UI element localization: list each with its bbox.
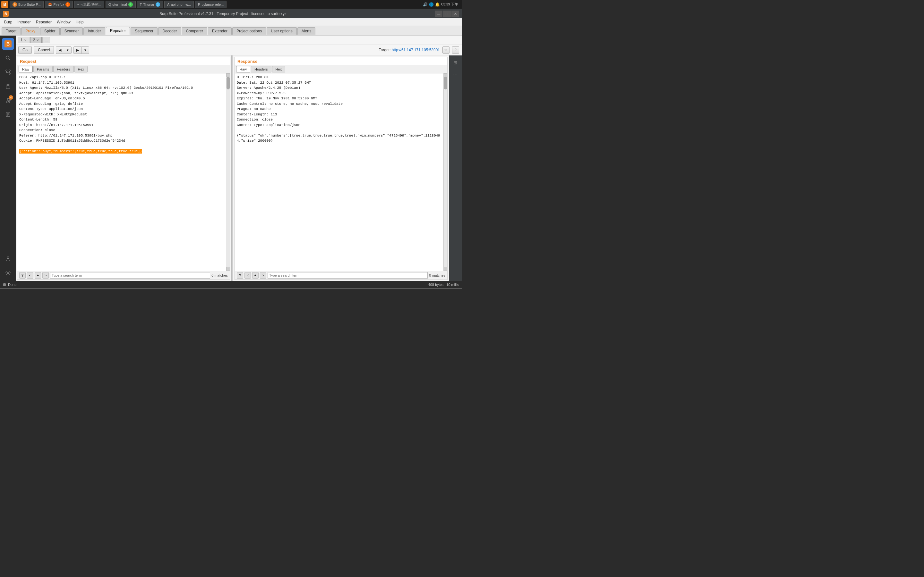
tab-sequencer[interactable]: Sequencer	[131, 27, 158, 35]
close-button[interactable]: ✕	[451, 11, 459, 17]
cancel-button[interactable]: Cancel	[34, 46, 54, 54]
sidebar-icon-settings[interactable]	[2, 267, 14, 279]
res-search-input[interactable]	[268, 272, 428, 279]
next-button[interactable]: ▶	[73, 47, 81, 54]
res-scroll-down[interactable]: ▼	[444, 267, 447, 271]
firefox-label: Firefox	[53, 3, 65, 6]
req-help-btn[interactable]: ?	[19, 272, 26, 279]
req-tab-hex[interactable]: Hex	[74, 66, 88, 73]
window-titlebar: B Burp Suite Professional v1.7.31 - Temp…	[0, 9, 462, 18]
res-help-btn[interactable]: ?	[237, 272, 243, 279]
taskbar-app-qterminal[interactable]: Q qterminal 4	[105, 1, 136, 8]
req-add-btn[interactable]: +	[35, 272, 41, 279]
response-panel: Response Raw Headers Hex HTTP/1.1 200 OK…	[234, 57, 447, 280]
req-tab-params[interactable]: Params	[33, 66, 53, 73]
status-text: Done	[8, 283, 16, 287]
sidebar-icon-docs[interactable]	[2, 109, 14, 120]
status-left: Done	[3, 283, 16, 287]
tab-user-options[interactable]: User options	[267, 27, 296, 35]
right-sb-layout[interactable]: ⊞	[451, 58, 460, 67]
sidebar-icon-git[interactable]	[2, 66, 14, 78]
tab-alerts[interactable]: Alerts	[297, 27, 316, 35]
sidebar-icon-user[interactable]	[2, 253, 14, 264]
repeater-toolbar: Go Cancel ◀ ▾ ▶ ▾ Target: http://61.147.…	[16, 45, 462, 55]
burp-app-label: Burp Suite P...	[18, 3, 41, 6]
rep-tab-more[interactable]: ...	[42, 37, 50, 43]
next-dropdown-button[interactable]: ▾	[81, 47, 89, 54]
response-tabs: Raw Headers Hex	[235, 65, 447, 73]
sidebar-icon-burp[interactable]: B	[2, 38, 14, 50]
edit-target-button[interactable]: ✏	[443, 47, 449, 53]
request-scrollbar[interactable]: ▲ ▼	[226, 73, 230, 271]
taskbar-app-burp[interactable]: B Burp Suite P...	[10, 1, 44, 8]
res-tab-hex[interactable]: Hex	[272, 66, 286, 73]
taskbar-app-pylance[interactable]: P pylance-rele...	[195, 1, 226, 8]
res-add-btn[interactable]: +	[252, 272, 258, 279]
req-search-input[interactable]	[50, 272, 210, 279]
menu-repeater[interactable]: Repeater	[33, 19, 54, 25]
res-tab-headers[interactable]: Headers	[251, 66, 271, 73]
tab-intruder[interactable]: Intruder	[83, 27, 105, 35]
prev-dropdown-button[interactable]: ▾	[64, 47, 71, 54]
pylance-label: pylance-rele...	[202, 3, 224, 6]
response-scroll-area: HTTP/1.1 200 OK Date: Sat, 22 Oct 2022 0…	[235, 73, 447, 271]
menu-help[interactable]: Help	[73, 19, 86, 25]
tab-extender[interactable]: Extender	[208, 27, 232, 35]
res-next-btn[interactable]: >	[260, 272, 266, 279]
taskbar-app-api[interactable]: A api.php - w...	[164, 1, 194, 8]
sidebar-icon-clipboard[interactable]	[2, 81, 14, 92]
taskbar-app-thunar[interactable]: T Thunar 2	[137, 1, 163, 8]
res-scroll-thumb[interactable]	[444, 77, 447, 89]
panel-divider[interactable]	[231, 55, 233, 281]
res-prev-btn[interactable]: <	[244, 272, 251, 279]
res-tab-raw[interactable]: Raw	[236, 66, 250, 73]
burp-window: B Burp Suite Professional v1.7.31 - Temp…	[0, 9, 462, 288]
target-help-button[interactable]: ?	[452, 47, 459, 53]
rep-tab-1-close[interactable]: ✕	[24, 39, 27, 42]
tab-comparer[interactable]: Comparer	[182, 27, 207, 35]
firefox-icon: 🦊	[48, 2, 52, 6]
prev-button[interactable]: ◀	[56, 47, 64, 54]
req-scroll-thumb[interactable]	[226, 77, 230, 89]
maximize-button[interactable]: □	[443, 11, 451, 17]
right-sidebar: ⊞ ⋯	[449, 55, 462, 281]
tab-spider[interactable]: Spider	[40, 27, 60, 35]
network-icon: 🌐	[429, 2, 434, 7]
svg-point-13	[8, 101, 9, 102]
request-content[interactable]: POST /api.php HTTP/1.1 Host: 61.147.171.…	[17, 73, 226, 271]
response-content[interactable]: HTTP/1.1 200 OK Date: Sat, 22 Oct 2022 0…	[235, 73, 443, 271]
right-sb-more[interactable]: ⋯	[451, 69, 460, 79]
tab-target[interactable]: Target	[2, 27, 21, 35]
target-url[interactable]: http://61.147.171.105:53991	[392, 48, 440, 52]
req-next-btn[interactable]: >	[42, 272, 49, 279]
tab-proxy[interactable]: Proxy	[21, 27, 39, 35]
rep-tab-2-close[interactable]: ✕	[36, 39, 39, 42]
tab-project-options[interactable]: Project options	[232, 27, 266, 35]
sidebar-icon-python[interactable]: 4	[2, 95, 14, 106]
req-prev-btn[interactable]: <	[27, 272, 33, 279]
req-scroll-down[interactable]: ▼	[226, 267, 230, 271]
taskbar-app-start[interactable]: ~ ~/桌面/start...	[74, 1, 104, 8]
response-scrollbar[interactable]: ▲ ▼	[443, 73, 447, 271]
minimize-button[interactable]: —	[435, 11, 443, 17]
svg-point-12	[7, 99, 8, 100]
svg-point-18	[7, 257, 9, 259]
taskbar-logo[interactable]: B	[1, 1, 8, 8]
rep-tab-2[interactable]: 2 ✕	[30, 37, 42, 43]
burp-badge: B	[13, 2, 17, 7]
tab-scanner[interactable]: Scanner	[60, 27, 83, 35]
req-tab-raw[interactable]: Raw	[19, 66, 33, 73]
target-label-text: Target:	[379, 48, 392, 52]
tab-decoder[interactable]: Decoder	[158, 27, 181, 35]
menu-intruder[interactable]: Intruder	[15, 19, 33, 25]
status-info: 408 bytes | 10 millis	[428, 283, 459, 287]
go-button[interactable]: Go	[18, 46, 32, 54]
top-tab-bar: Target Proxy Spider Scanner Intruder Rep…	[0, 26, 462, 35]
tab-repeater[interactable]: Repeater	[106, 27, 130, 35]
req-tab-headers[interactable]: Headers	[53, 66, 74, 73]
menu-window[interactable]: Window	[54, 19, 73, 25]
menu-burp[interactable]: Burp	[2, 19, 15, 25]
taskbar-app-firefox[interactable]: 🦊 Firefox 2	[45, 1, 73, 8]
sidebar-icon-search[interactable]	[2, 52, 14, 64]
rep-tab-1[interactable]: 1 ✕	[18, 37, 29, 43]
